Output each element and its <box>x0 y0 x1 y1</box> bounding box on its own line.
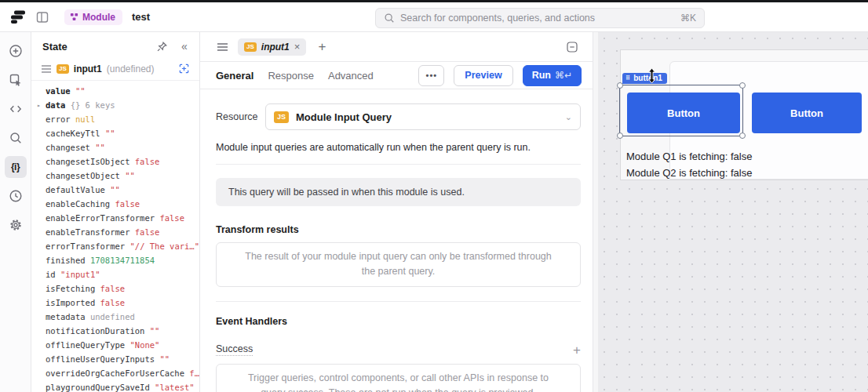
state-value: false <box>135 157 160 166</box>
expand-arrow-icon[interactable]: ▸ <box>37 99 41 112</box>
query-list-icon[interactable] <box>213 36 232 58</box>
state-entry-isFetching[interactable]: isFetching false <box>31 281 199 296</box>
tab-response[interactable]: Response <box>268 70 314 82</box>
resize-cursor-icon <box>647 68 656 83</box>
state-key: overrideOrgCacheForUserCache <box>46 368 184 378</box>
state-entry-enableCaching[interactable]: enableCaching false <box>31 197 199 211</box>
query-name: input1 <box>74 64 102 74</box>
state-entry-id[interactable]: id "input1" <box>31 267 199 281</box>
state-value: null <box>75 114 95 124</box>
left-rail: {i} <box>0 32 31 392</box>
selection-handle[interactable] <box>739 132 746 139</box>
selected-component-badge[interactable]: ⠿ button1 <box>622 73 667 84</box>
state-value: "" <box>125 171 135 180</box>
editor-toolbar: General Response Advanced ••• Preview Ru… <box>200 62 593 89</box>
state-key: enableTransformer <box>46 227 129 237</box>
run-button[interactable]: Run ⌘↵ <box>523 65 582 86</box>
transform-results-label: Transform results <box>216 224 581 235</box>
divider <box>216 164 581 165</box>
state-value: "" <box>95 143 105 152</box>
add-component-icon[interactable] <box>5 40 27 62</box>
preview-button[interactable]: Preview <box>454 65 512 86</box>
state-entry-enableErrorTransformer[interactable]: enableErrorTransformer false <box>31 211 199 225</box>
js-badge: JS <box>57 64 69 74</box>
js-badge: JS <box>244 42 257 52</box>
tab-advanced[interactable]: Advanced <box>328 70 374 82</box>
panel-layout-icon[interactable] <box>31 6 53 28</box>
state-entry-defaultValue[interactable]: defaultValue "" <box>31 183 199 197</box>
state-value: "" <box>105 129 115 138</box>
search-icon <box>384 13 395 24</box>
state-key: cacheKeyTtl <box>46 129 100 138</box>
global-search-input[interactable]: Search for components, queries, and acti… <box>375 8 705 28</box>
editor-content: Resource JS Module Input Query ⌄ Module … <box>200 89 593 392</box>
state-key: changesetIsObject <box>46 157 129 166</box>
state-entry-error[interactable]: error null <box>31 112 199 126</box>
state-entry-changesetObject[interactable]: changesetObject "" <box>31 169 199 183</box>
state-panel: State « JS input1 (undefined) <box>31 32 200 392</box>
state-value: "input1" <box>60 270 100 279</box>
state-key: offlineUserQueryInputs <box>46 354 155 364</box>
resource-help-text: Module input queries are automatically r… <box>216 142 581 153</box>
state-key: playgroundQuerySaveId <box>46 383 150 392</box>
focus-target-icon[interactable] <box>174 60 193 78</box>
state-entry-overrideOrgCacheForUserCache[interactable]: overrideOrgCacheForUserCache f… <box>31 366 199 380</box>
run-shortcut: ⌘↵ <box>555 70 572 81</box>
new-tab-button[interactable]: + <box>312 36 331 58</box>
state-key: finished <box>46 256 86 265</box>
state-key: id <box>46 270 56 279</box>
resource-label: Resource <box>216 111 254 122</box>
tab-general[interactable]: General <box>216 70 253 82</box>
state-key: changesetObject <box>46 171 120 180</box>
state-entry-value[interactable]: value "" <box>31 84 199 98</box>
more-options-button[interactable]: ••• <box>418 65 444 86</box>
history-icon[interactable] <box>5 185 27 207</box>
selection-handle[interactable] <box>739 82 746 89</box>
collapse-editor-icon[interactable] <box>563 36 582 58</box>
state-entry-offlineQueryType[interactable]: offlineQueryType "None" <box>31 338 199 352</box>
state-entry-notificationDuration[interactable]: notificationDuration "" <box>31 324 199 338</box>
state-query-row[interactable]: JS input1 (undefined) <box>31 57 199 81</box>
tab-input1[interactable]: JS input1 × <box>238 38 306 56</box>
pin-icon[interactable] <box>152 37 171 56</box>
divider <box>216 301 581 302</box>
state-panel-title: State <box>42 41 148 53</box>
search-shortcut: ⌘K <box>680 13 696 24</box>
query-status: (undefined) <box>107 64 170 74</box>
state-entry-data[interactable]: ▸data {} 6 keys <box>31 98 199 112</box>
search-panel-icon[interactable] <box>5 127 27 149</box>
resource-select[interactable]: JS Module Input Query ⌄ <box>265 103 581 130</box>
add-success-handler-button[interactable]: + <box>573 343 581 357</box>
button2-component[interactable]: Button <box>752 93 862 133</box>
retool-logo-icon[interactable] <box>9 9 27 24</box>
drag-grip-icon: ⠿ <box>625 74 630 82</box>
state-inspector-icon[interactable]: {i} <box>5 156 27 178</box>
event-handlers-title: Event Handlers <box>216 316 581 327</box>
state-entry-errorTransformer[interactable]: errorTransformer "// The vari…" <box>31 239 199 253</box>
state-key: notificationDuration <box>46 326 144 336</box>
state-entry-enableTransformer[interactable]: enableTransformer false <box>31 225 199 239</box>
state-key: value <box>46 86 71 96</box>
state-entry-offlineUserQueryInputs[interactable]: offlineUserQueryInputs "" <box>31 352 199 366</box>
success-label: Success <box>216 343 253 356</box>
select-tool-icon[interactable] <box>5 69 27 91</box>
module-canvas[interactable]: ⠿ button1 Button Button Module Q1 is fet… <box>598 32 868 392</box>
state-entry-finished[interactable]: finished 1708134711854 <box>31 253 199 267</box>
state-entry-changesetIsObject[interactable]: changesetIsObject false <box>31 154 199 169</box>
state-entry-changeset[interactable]: changeset "" <box>31 140 199 154</box>
collapse-panel-icon[interactable]: « <box>176 37 193 56</box>
module-notice: This query will be passed in when this m… <box>216 178 581 206</box>
state-entry-metadata[interactable]: metadata undefined <box>31 310 199 324</box>
selection-handle[interactable] <box>617 132 623 139</box>
state-key: data <box>46 100 65 110</box>
state-entry-cacheKeyTtl[interactable]: cacheKeyTtl "" <box>31 126 199 140</box>
state-entry-isImported[interactable]: isImported false <box>31 296 199 310</box>
panel-resize-gutter[interactable] <box>593 32 598 392</box>
state-value: false <box>100 284 126 293</box>
settings-gear-icon[interactable] <box>5 214 27 236</box>
state-entry-playgroundQuerySaveId[interactable]: playgroundQuerySaveId "latest" <box>31 380 199 392</box>
state-value: false <box>159 213 184 223</box>
close-tab-icon[interactable]: × <box>294 42 301 52</box>
state-value: "// The vari…" <box>129 241 199 251</box>
code-icon[interactable] <box>5 98 27 120</box>
